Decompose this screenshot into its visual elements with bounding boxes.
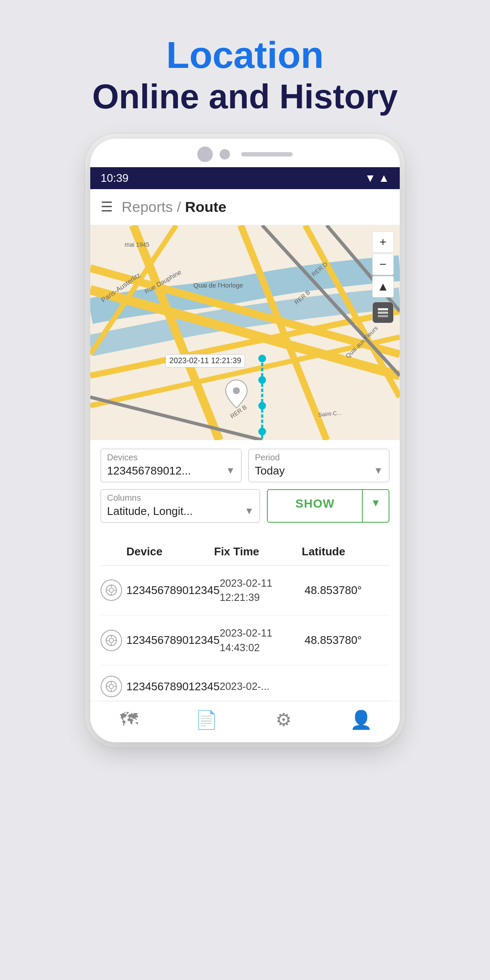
phone-mockup: 10:39 ▼ ▲ ☰ Reports / Route [90,139,400,742]
devices-field[interactable]: Devices 123456789012... ▼ [101,449,242,482]
header-title-dark: Online and History [92,76,398,117]
nav-map[interactable]: 🗺 [90,709,168,730]
wifi-icon: ▼ [365,172,376,185]
map-container[interactable]: Paris-Austerlitz Rue Dauphine Quai de l'… [90,225,400,440]
nav-profile[interactable]: 👤 [322,709,400,730]
table-area: Device Fix Time Latitude 123456789 [90,538,400,701]
svg-point-41 [109,638,113,643]
zoom-out-button[interactable]: − [372,254,394,275]
columns-label: Columns [107,493,254,503]
row2-device: 123456789012345 [126,634,220,647]
table-row: 123456789012345 2023-02-1114:43:02 48.85… [101,616,389,665]
status-bar: 10:39 ▼ ▲ [90,167,400,189]
show-dropdown-arrow[interactable]: ▼ [363,489,389,523]
location-icon-2 [101,630,122,651]
form-row-1: Devices 123456789012... ▼ Period Today ▼ [101,449,389,482]
row2-icon [101,630,126,651]
row3-fixtime: 2023-02-... [220,679,305,694]
devices-value: 123456789012... ▼ [107,464,235,478]
map-nav-icon: 🗺 [120,709,138,730]
row1-lat: 48.853780° [304,584,389,597]
location-icon-3 [101,676,122,697]
show-button-group: SHOW ▼ [267,489,389,523]
layers-button[interactable] [372,302,394,323]
table-header: Device Fix Time Latitude [101,538,389,566]
row1-device: 123456789012345 [126,584,220,597]
row1-icon [101,579,126,601]
show-button[interactable]: SHOW [267,489,363,523]
header-title-blue: Location [92,34,398,76]
map-svg: Paris-Austerlitz Rue Dauphine Quai de l'… [90,225,400,440]
location-icon-1 [101,579,122,601]
row2-lat: 48.853780° [304,634,389,647]
columns-field[interactable]: Columns Latitude, Longit... ▼ [101,489,260,523]
col-lat-header: Latitude [302,545,389,558]
breadcrumb-current: Route [185,199,226,215]
period-value: Today ▼ [255,464,383,478]
period-field[interactable]: Period Today ▼ [248,449,389,482]
map-controls: + − ▲ [372,231,394,323]
row1-fixtime: 2023-02-1112:21:39 [220,576,305,605]
app-bar: ☰ Reports / Route [90,189,400,225]
svg-point-26 [258,402,266,410]
svg-rect-31 [378,308,388,310]
breadcrumb-separator: / [177,199,185,215]
svg-point-27 [258,376,266,384]
svg-text:mai 1945: mai 1945 [125,241,150,248]
phone-speaker-dot [220,149,230,159]
map-tooltip: 2023-02-11 12:21:39 [165,354,245,368]
status-icons: ▼ ▲ [365,172,389,185]
period-dropdown-arrow: ▼ [374,465,383,476]
svg-point-35 [109,588,113,592]
profile-nav-icon: 👤 [350,709,372,730]
svg-rect-33 [378,315,388,317]
form-row-2: Columns Latitude, Longit... ▼ SHOW ▼ [101,489,389,523]
svg-point-25 [258,428,266,435]
row3-device: 123456789012345 [126,680,220,693]
table-row: 123456789012345 2023-02-1112:21:39 48.85… [101,566,389,616]
columns-dropdown-arrow: ▼ [245,505,254,517]
devices-dropdown-arrow: ▼ [226,465,235,476]
nav-reports[interactable]: 📄 [168,709,245,730]
bottom-nav: 🗺 📄 ⚙ 👤 [90,701,400,742]
svg-text:Quai de l'Horloge: Quai de l'Horloge [193,282,243,289]
period-label: Period [255,453,383,462]
breadcrumb-parent: Reports [122,199,173,215]
svg-rect-32 [378,312,388,314]
col-device-header: Device [126,545,214,558]
svg-point-30 [233,387,240,394]
phone-speaker-bar [241,152,293,156]
col-fixtime-header: Fix Time [214,545,302,558]
form-area: Devices 123456789012... ▼ Period Today ▼… [90,440,400,538]
status-time: 10:39 [101,172,129,185]
row2-fixtime: 2023-02-1114:43:02 [220,626,305,655]
hamburger-menu[interactable]: ☰ [101,199,113,215]
phone-top-bar [90,139,400,167]
svg-point-47 [109,684,113,689]
breadcrumb: Reports / Route [122,199,227,215]
zoom-in-button[interactable]: + [372,231,394,253]
svg-point-28 [258,355,266,362]
nav-settings[interactable]: ⚙ [245,709,322,730]
compass-button[interactable]: ▲ [372,276,394,297]
reports-nav-icon: 📄 [195,709,217,730]
phone-camera [197,147,213,162]
settings-nav-icon: ⚙ [276,709,292,730]
devices-label: Devices [107,453,235,462]
row3-icon [101,676,126,697]
header-section: Location Online and History [83,0,406,135]
table-row: 123456789012345 2023-02-... [101,665,389,701]
signal-icon: ▲ [378,172,389,185]
columns-value: Latitude, Longit... ▼ [107,505,254,518]
